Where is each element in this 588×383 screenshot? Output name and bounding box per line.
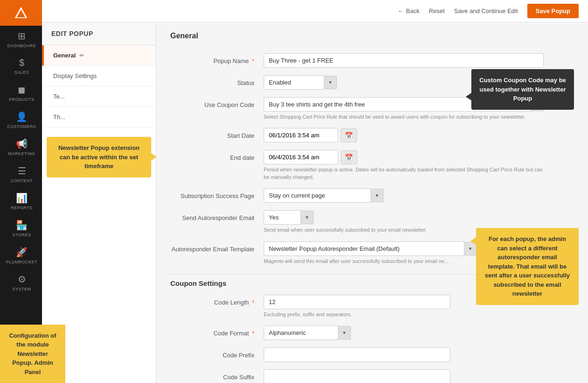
reports-icon: 📊 [16,192,28,204]
sidebar-item-products[interactable]: ◼ PRODUCTS [0,79,42,106]
popup-name-label: Popup Name * [170,53,264,65]
sidebar-item-label: DASHBOARD [7,43,36,48]
sidebar-item-plumrocket[interactable]: 🚀 PLUMROCKET [0,242,42,269]
autoresponder-text: For each popup, the admin can select a d… [485,235,570,297]
end-date-label: End date [170,150,264,162]
end-date-wrap: 📅 [264,150,544,164]
marketing-icon: 📢 [16,138,28,149]
plumrocket-icon: 🚀 [16,247,28,258]
sidebar-item-label: PLUMROCKET [6,260,38,264]
form-row-start-date: Start Date 📅 [170,128,574,142]
code-length-input[interactable] [264,295,450,309]
form-row-code-prefix: Code Prefix [170,348,574,362]
form-row-code-format: Code Format * Alphanumeric Alphabetical … [170,326,574,340]
required-star: * [252,330,254,337]
email-template-select[interactable]: Newsletter Popup Autoresponder Email (De… [264,241,464,256]
status-select-arrow[interactable]: ▾ [324,76,337,89]
code-format-label: Code Format * [170,326,264,338]
code-format-control: Alphanumeric Alphabetical Numeric ▾ [264,326,544,340]
sidebar-item-content[interactable]: ☰ CONTENT [0,161,42,188]
display-settings-label: Display Settings [53,72,97,79]
sidebar-item-label: STORES [13,233,31,237]
system-icon: ⚙ [18,274,26,285]
popup-name-input[interactable] [264,53,544,68]
code-length-label: Code Length * [170,295,264,307]
bottom-status-callout: Configuration of the module Newsletter P… [0,325,65,383]
left-menu-item-4[interactable]: Th... [42,107,156,128]
sidebar-item-system[interactable]: ⚙ SYSTEM [0,269,42,296]
coupon-code-label: Use Coupon Code [170,97,264,109]
sidebar-item-label: SALES [14,70,29,75]
end-date-input[interactable] [264,150,338,164]
required-star: * [252,57,254,64]
custom-coupon-text: Custom Coupon Code may be used together … [479,77,566,102]
sub-success-control: Stay on current page Custom URL ▾ [264,188,544,203]
save-continue-button[interactable]: Save and Continue Edit [454,7,518,14]
back-label: Back [406,7,420,14]
menu-item-4-label: Th... [53,113,65,121]
start-date-calendar-icon[interactable]: 📅 [341,128,357,142]
code-length-hint: Excluding prefix, suffix and separators. [264,311,544,318]
sidebar-item-marketing[interactable]: 📢 MARKETING [0,134,42,161]
autoresponder-callout: For each popup, the admin can select a d… [476,228,579,305]
code-format-arrow[interactable]: ▾ [338,326,351,340]
form-row-sub-success: Subscription Success Page Stay on curren… [170,188,574,203]
form-row-popup-name: Popup Name * [170,53,574,68]
main-content: ← Back Reset Save and Continue Edit Save… [42,0,588,383]
sidebar-logo [0,0,42,26]
code-prefix-input[interactable] [264,348,450,362]
save-popup-button[interactable]: Save Popup [527,4,579,18]
dashboard-icon: ⊞ [18,30,26,42]
sidebar-item-dashboard[interactable]: ⊞ DASHBOARD [0,26,42,53]
sidebar-item-stores[interactable]: 🏪 STORES [0,215,42,242]
code-suffix-label: Code Suffix [170,369,264,382]
status-select[interactable]: Enabled Disabled [264,75,324,90]
sidebar-item-label: PRODUCTS [9,97,35,102]
content-icon: ☰ [18,165,26,177]
send-auto-arrow[interactable]: ▾ [301,211,314,224]
form-row-end-date: End date 📅 Period when newsletter popup … [170,150,574,181]
start-date-input[interactable] [264,128,338,142]
sub-success-select[interactable]: Stay on current page Custom URL [264,188,371,203]
send-auto-label: Send Autoresponder Email [170,210,264,222]
reset-button[interactable]: Reset [429,7,445,14]
left-menu-general[interactable]: General ✏ [42,45,156,66]
sidebar-item-customers[interactable]: 👤 CUSTOMERS [0,106,42,134]
sidebar-item-label: SYSTEM [12,287,31,291]
left-menu-item-3[interactable]: Te... [42,86,156,107]
sales-icon: $ [19,57,24,68]
end-date-calendar-icon[interactable]: 📅 [341,150,357,164]
tooltip-arrow [151,153,156,161]
start-date-label: Start Date [170,128,264,140]
sub-success-arrow[interactable]: ▾ [371,189,384,202]
status-label: Status [170,75,264,87]
sidebar-item-label: CUSTOMERS [7,124,36,129]
period-hint: Period when newsletter popup is active. … [264,166,544,181]
coupon-arrow [466,93,471,100]
sub-success-select-wrap: Stay on current page Custom URL ▾ [264,188,544,203]
sidebar-item-reports[interactable]: 📊 REPORTS [0,188,42,215]
edit-popup-header: EDIT POPUP [42,22,156,45]
stores-icon: 🏪 [16,220,28,231]
start-date-wrap: 📅 [264,128,544,142]
sidebar-item-label: MARKETING [8,151,35,156]
back-arrow-icon: ← [398,7,404,14]
save-popup-label: Save Popup [536,7,570,14]
code-prefix-control [264,348,544,362]
bottom-status-text: Configuration of the module Newsletter P… [9,332,56,376]
form-area: Custom Coupon Code may be used together … [156,22,588,383]
sub-success-label: Subscription Success Page [170,188,264,200]
email-template-label: Autoresponder Email Template [170,241,264,254]
code-format-select[interactable]: Alphanumeric Alphabetical Numeric [264,326,338,340]
code-suffix-input[interactable] [264,369,450,383]
newsletter-tooltip-text: Newsletter Popup extension can be active… [58,144,140,170]
back-button[interactable]: ← Back [398,7,420,14]
left-menu-display-settings[interactable]: Display Settings [42,66,156,86]
save-continue-label: Save and Continue Edit [454,7,518,14]
reset-label: Reset [429,7,445,14]
section-general-title: General [170,32,574,44]
send-auto-select[interactable]: Yes No [264,210,301,225]
customers-icon: 👤 [16,111,28,122]
sidebar-item-sales[interactable]: $ SALES [0,53,42,79]
products-icon: ◼ [18,84,26,95]
